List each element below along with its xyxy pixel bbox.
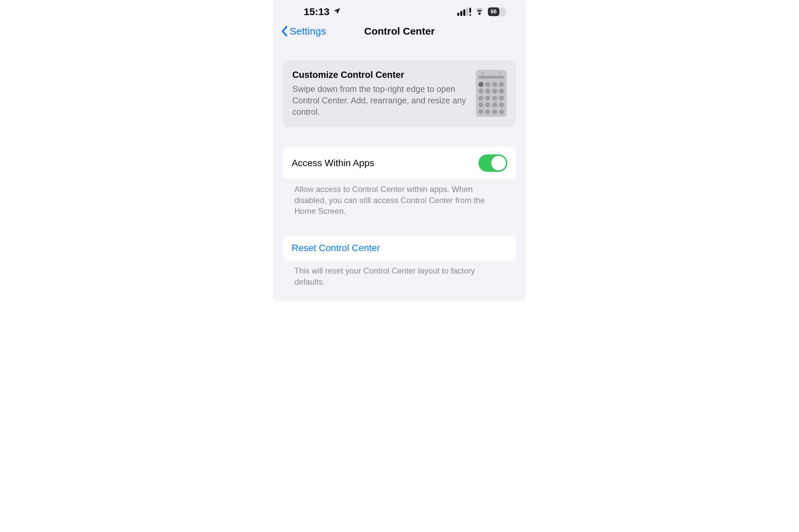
reset-label: Reset Control Center — [292, 243, 380, 253]
battery-percent: 66 — [488, 7, 499, 16]
status-left: 15:13 — [304, 6, 341, 17]
nav-title: Control Center — [364, 25, 435, 37]
promo-text: Customize Control Center Swipe down from… — [292, 70, 468, 117]
access-within-apps-footer: Allow access to Control Center within ap… — [283, 179, 516, 216]
reset-control-center-button[interactable]: Reset Control Center — [283, 235, 516, 261]
cellular-signal-icon — [457, 8, 471, 16]
chevron-left-icon — [282, 26, 288, 36]
access-within-apps-toggle[interactable] — [478, 154, 507, 172]
settings-screen: 15:13 66 Settings Control Center — [273, 0, 526, 301]
promo-description: Swipe down from the top-right edge to op… — [292, 83, 468, 117]
content: Customize Control Center Swipe down from… — [273, 50, 526, 287]
status-right: 66 — [457, 7, 505, 16]
battery-icon: 66 — [488, 7, 505, 16]
toggle-knob — [491, 156, 506, 171]
customize-promo-card[interactable]: Customize Control Center Swipe down from… — [283, 60, 516, 127]
access-within-apps-section: Access Within Apps Allow access to Contr… — [283, 147, 516, 216]
back-label: Settings — [290, 25, 326, 37]
access-within-apps-cell: Access Within Apps — [283, 147, 516, 179]
nav-bar: Settings Control Center — [273, 19, 526, 50]
status-bar: 15:13 66 — [273, 0, 526, 19]
access-within-apps-label: Access Within Apps — [292, 158, 374, 169]
back-button[interactable]: Settings — [282, 25, 326, 37]
reset-footer: This will reset your Control Center layo… — [283, 261, 516, 287]
status-time: 15:13 — [304, 6, 330, 17]
reset-section: Reset Control Center This will reset you… — [283, 235, 516, 287]
control-center-illustration-icon — [476, 70, 507, 117]
promo-title: Customize Control Center — [292, 70, 468, 80]
wifi-icon — [474, 8, 485, 16]
location-arrow-icon — [333, 6, 341, 17]
